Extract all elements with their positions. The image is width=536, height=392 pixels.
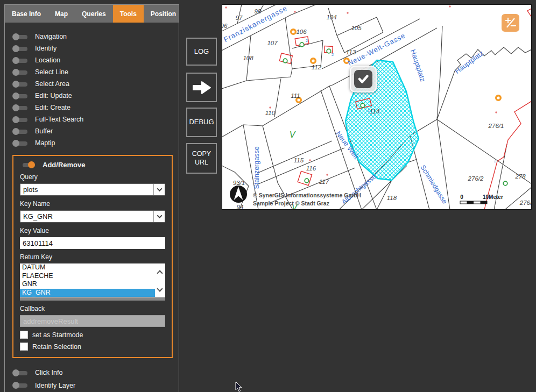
sidebar-item-label: Select Area (35, 80, 69, 88)
toggle-off-icon[interactable] (12, 116, 29, 123)
tab-bar: Base Info Map Queries Tools Position (5, 5, 179, 23)
add-remove-header[interactable]: Add/Remove (20, 161, 165, 169)
tab-base-info[interactable]: Base Info (5, 5, 48, 23)
toggle-off-icon[interactable] (12, 45, 29, 52)
tool-mode-list: Navigation Identify Location Select Line… (5, 31, 179, 149)
retain-selection-checkbox-row[interactable]: Retain Selection (20, 343, 165, 351)
query-dropdown-button[interactable] (153, 184, 165, 195)
scale-distance-label: 10Meter (483, 194, 503, 200)
callback-input (20, 315, 165, 327)
sidebar-item-fulltext-search[interactable]: Full-Text Search (5, 113, 179, 125)
query-label: Query (20, 173, 165, 181)
tab-tools[interactable]: Tools (113, 5, 144, 23)
key-value-input[interactable] (20, 237, 165, 249)
listbox-option[interactable]: DATUM (20, 263, 165, 272)
startmode-checkbox-label: set as Startmode (32, 331, 83, 339)
toggle-off-icon[interactable] (12, 69, 29, 76)
svg-text:2: 2 (332, 52, 334, 57)
toggle-off-icon[interactable] (12, 33, 29, 40)
arrow-right-icon (192, 80, 211, 95)
parcel-label: 115 (294, 157, 304, 163)
sidebar-item-label: Edit: Create (35, 104, 70, 111)
parcel-label: 112 (312, 64, 322, 70)
add-remove-title: Add/Remove (43, 161, 85, 169)
tab-queries[interactable]: Queries (75, 5, 113, 23)
query-dropdown[interactable]: plots (20, 183, 165, 196)
return-key-listbox[interactable]: DATUM FLAECHE GNR KG_GNR (20, 263, 165, 297)
retain-selection-checkbox-label: Retain Selection (32, 343, 81, 351)
parcel-label: 97 (236, 15, 243, 21)
toggle-off-icon[interactable] (12, 140, 29, 147)
startmode-checkbox-row[interactable]: set as Startmode (20, 331, 165, 339)
sidebar-item-select-area[interactable]: Select Area (5, 78, 179, 90)
parcel-label: 116 (306, 165, 316, 172)
sidebar-item-identify-layer[interactable]: Identify Layer (5, 380, 179, 392)
street-label: Stainzergasse (253, 146, 260, 189)
sidebar-item-label: Identify (35, 45, 57, 52)
query-selected-value: plots (20, 184, 153, 195)
toggle-off-icon[interactable] (12, 81, 29, 88)
sidebar-item-label: Click Info (35, 369, 62, 376)
confirm-selection-button[interactable] (350, 66, 377, 92)
toggle-off-icon[interactable] (12, 369, 29, 376)
chevron-down-icon (157, 213, 162, 218)
street-label: Albrechtgasse (340, 173, 378, 206)
sidebar-item-maptip[interactable]: Maptip (5, 137, 179, 149)
sidebar-item-identify[interactable]: Identify (5, 42, 179, 54)
sidebar-item-label: Identify Layer (35, 382, 75, 389)
parcel-label: 93/1 (233, 180, 245, 186)
toggle-off-icon[interactable] (12, 104, 29, 111)
tool-mode-list-bottom: Click Info Identify Layer (5, 367, 179, 391)
startmode-checkbox[interactable] (20, 331, 28, 339)
toggle-off-icon[interactable] (12, 92, 29, 99)
scale-bar: 0 10Meter (460, 194, 503, 204)
street-label: Hauptplatz (409, 48, 427, 83)
debug-button[interactable]: DEBUG (186, 108, 217, 137)
sidebar-item-location[interactable]: Location (5, 54, 179, 66)
parcel-label: 118 (387, 195, 397, 201)
retain-selection-checkbox[interactable] (20, 343, 28, 351)
sidebar-item-edit-update[interactable]: Edit: Update (5, 90, 179, 102)
key-name-dropdown-button[interactable] (153, 211, 165, 222)
listbox-scrollbar[interactable] (155, 263, 165, 297)
parcel-label: 110 (265, 110, 276, 116)
toggle-off-icon[interactable] (12, 382, 29, 389)
parcel-label: 117 (319, 179, 329, 185)
parcel-label: 111 (291, 92, 300, 99)
scroll-down-icon[interactable] (157, 286, 163, 291)
listbox-option[interactable]: FLAECHE (20, 272, 165, 281)
sidebar-item-select-line[interactable]: Select Line (5, 66, 179, 78)
check-icon (354, 70, 372, 88)
sidebar-item-navigation[interactable]: Navigation (5, 31, 179, 42)
toggle-off-icon[interactable] (12, 128, 29, 135)
parcel-label: 98 (255, 8, 262, 15)
parcel-label: 106 (296, 28, 307, 35)
parcel-label: 114 (370, 108, 379, 115)
copy-url-button[interactable]: COPY URL (186, 143, 217, 174)
sidebar-item-edit-create[interactable]: Edit: Create (5, 102, 179, 113)
toggle-off-icon[interactable] (12, 57, 29, 64)
tools-panel: Base Info Map Queries Tools Position Nav… (4, 4, 179, 392)
zoom-toggle-button[interactable] (502, 14, 519, 32)
mouse-cursor (235, 382, 243, 392)
add-remove-panel: Add/Remove Query plots Key Name KG_GNR K… (12, 155, 173, 358)
key-name-selected-value: KG_GNR (20, 211, 153, 222)
parcel-label: 278 (514, 173, 526, 180)
parcel-label: 113 (346, 49, 356, 55)
listbox-option[interactable]: GNR (20, 280, 165, 289)
parcel-label: 276/2 (468, 175, 484, 182)
tab-map[interactable]: Map (48, 5, 75, 23)
toggle-on-icon[interactable] (20, 161, 36, 168)
copyright-line-1: © SynerGIS Informationssysteme GmbH (253, 192, 361, 198)
listbox-option-selected[interactable]: KG_GNR (20, 289, 165, 297)
tab-position[interactable]: Position (144, 5, 183, 23)
key-name-dropdown[interactable]: KG_GNR (20, 210, 165, 223)
scroll-up-icon[interactable] (157, 270, 163, 276)
map-canvas[interactable]: 2 2 1 2 96 97 98 104 105 106 107 108 110… (222, 4, 532, 210)
sidebar-item-buffer[interactable]: Buffer (5, 125, 179, 137)
sidebar-item-label: Edit: Update (35, 92, 72, 99)
sidebar-item-click-info[interactable]: Click Info (5, 367, 179, 379)
log-button[interactable]: LOG (186, 38, 217, 66)
next-button[interactable] (186, 73, 217, 102)
listbox-hscrollbar[interactable] (20, 297, 165, 301)
